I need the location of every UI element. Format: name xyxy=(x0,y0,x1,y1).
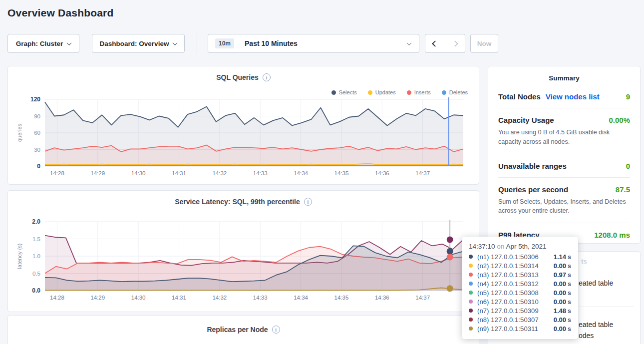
time-back-button[interactable] xyxy=(425,34,445,53)
tooltip-node-value: 1.14s xyxy=(554,253,571,261)
event-text-fragment: odes xyxy=(579,332,594,340)
summary-value: 87.5 xyxy=(616,185,630,194)
info-icon[interactable]: i xyxy=(272,326,280,334)
time-range-badge: 10m xyxy=(215,38,234,48)
tooltip-node-row: (n4) 127.0.0.1:503120.00s xyxy=(469,279,571,288)
series-color-dot xyxy=(469,300,473,304)
svg-text:14:31: 14:31 xyxy=(172,170,186,176)
sql-queries-legend: SelectsUpdatesInsertsDeletes xyxy=(331,89,468,95)
info-icon[interactable]: i xyxy=(263,73,271,81)
series-color-dot xyxy=(469,255,473,259)
series-color-dot xyxy=(469,318,473,322)
series-color-dot xyxy=(469,291,473,295)
tooltip-node-value: 0.00s xyxy=(554,298,571,306)
tooltip-node-label: (n6) 127.0.0.1:50310 xyxy=(477,298,554,306)
service-latency-panel: Service Latency: SQL, 99th percentile i … xyxy=(7,190,479,312)
svg-text:queries: queries xyxy=(16,123,22,142)
tooltip-node-row: (n3) 127.0.0.1:503130.97s xyxy=(469,270,571,279)
summary-row: Capacity Usage0.00%You are using 0 B of … xyxy=(498,108,630,154)
tooltip-node-row: (n1) 127.0.0.1:503061.14s xyxy=(469,252,571,261)
time-forward-button[interactable] xyxy=(445,34,465,53)
series-color-dot xyxy=(469,309,473,313)
tooltip-node-label: (n8) 127.0.0.1:50307 xyxy=(477,316,554,324)
chevron-down-icon xyxy=(407,40,412,45)
events-divider xyxy=(579,307,634,307)
legend-dot-icon xyxy=(331,90,336,95)
now-button-label: Now xyxy=(477,40,492,47)
svg-text:120: 120 xyxy=(30,96,40,103)
summary-description: Sum of Selects, Updates, Inserts, and De… xyxy=(498,197,630,216)
summary-row: Queries per second87.5Sum of Selects, Up… xyxy=(498,178,630,224)
series-color-dot xyxy=(469,273,473,277)
summary-value: 0 xyxy=(626,162,630,170)
svg-text:14:35: 14:35 xyxy=(334,295,349,301)
sql-queries-title: SQL Queries xyxy=(216,73,259,81)
legend-item-deletes[interactable]: Deletes xyxy=(442,89,468,95)
tooltip-node-value: 1.48s xyxy=(554,307,571,315)
summary-label: Queries per second xyxy=(498,185,568,194)
svg-text:14:37: 14:37 xyxy=(415,295,430,301)
summary-value: 1208.0 ms xyxy=(594,231,630,239)
svg-text:14:31: 14:31 xyxy=(172,295,186,301)
graph-dropdown-label: Graph: Cluster xyxy=(16,40,63,47)
event-text-fragment: eated table xyxy=(579,279,613,287)
svg-text:14:30: 14:30 xyxy=(131,295,146,301)
tooltip-timestamp: 14:37:10 on Apr 5th, 2021 xyxy=(469,243,571,250)
now-button[interactable]: Now xyxy=(470,34,498,53)
svg-text:14:28: 14:28 xyxy=(50,170,64,176)
view-nodes-list-link[interactable]: View nodes list xyxy=(546,92,600,101)
page-title: Overview Dashboard xyxy=(7,7,114,19)
sql-queries-chart[interactable]: 030609012014:2814:2914:3014:3114:3214:33… xyxy=(15,95,473,184)
arrow-right-icon xyxy=(452,40,458,47)
svg-text:14:36: 14:36 xyxy=(375,170,389,176)
service-latency-title: Service Latency: SQL, 99th percentile xyxy=(175,198,300,206)
summary-title: Summary xyxy=(498,66,630,85)
legend-dot-icon xyxy=(407,90,411,95)
arrow-left-icon xyxy=(432,40,438,47)
svg-text:14:36: 14:36 xyxy=(375,295,389,301)
summary-panel: Summary Total NodesView nodes list9Capac… xyxy=(488,66,641,244)
summary-description: You are using 0 B of 4.5 GiB usable disk… xyxy=(498,128,630,147)
sql-queries-panel: SQL Queries i SelectsUpdatesInsertsDelet… xyxy=(7,66,479,185)
svg-text:90: 90 xyxy=(34,113,40,119)
chevron-down-icon xyxy=(67,40,72,45)
tooltip-node-value: 0.00s xyxy=(554,325,571,333)
summary-row: Total NodesView nodes list9 xyxy=(498,85,630,108)
legend-item-inserts[interactable]: Inserts xyxy=(407,89,431,95)
info-icon[interactable]: i xyxy=(304,198,312,206)
tooltip-node-label: (n3) 127.0.0.1:50313 xyxy=(477,271,554,279)
svg-text:14:35: 14:35 xyxy=(334,170,349,176)
legend-item-updates[interactable]: Updates xyxy=(368,89,396,95)
dashboard-dropdown[interactable]: Dashboard: Overview xyxy=(92,34,185,53)
tooltip-node-label: (n4) 127.0.0.1:50312 xyxy=(477,280,554,288)
replicas-per-node-panel: Replicas per Node i xyxy=(7,315,479,344)
tooltip-node-row: (n5) 127.0.0.1:503080.00s xyxy=(469,288,571,297)
legend-item-selects[interactable]: Selects xyxy=(331,89,357,95)
summary-row: Unavailable ranges0 xyxy=(498,154,630,178)
svg-text:14:32: 14:32 xyxy=(212,295,227,301)
summary-label: Unavailable ranges xyxy=(498,162,567,170)
tooltip-node-value: 0.97s xyxy=(554,271,571,279)
svg-text:0.0: 0.0 xyxy=(32,287,40,294)
svg-text:1.0: 1.0 xyxy=(32,253,40,259)
event-text-fragment: eated table xyxy=(579,321,613,329)
summary-value: 0.00% xyxy=(609,116,630,124)
svg-text:0: 0 xyxy=(37,163,40,170)
summary-label: Total Nodes xyxy=(498,92,541,101)
series-color-dot xyxy=(469,282,473,286)
tooltip-node-row: (n2) 127.0.0.1:503140.00s xyxy=(469,261,571,270)
tooltip-node-value: 0.00s xyxy=(554,262,571,270)
graph-dropdown[interactable]: Graph: Cluster xyxy=(7,34,79,53)
svg-text:60: 60 xyxy=(34,130,40,136)
svg-text:14:33: 14:33 xyxy=(253,170,268,176)
svg-text:0.5: 0.5 xyxy=(32,271,40,277)
replicas-per-node-title: Replicas per Node xyxy=(207,326,268,334)
tooltip-node-label: (n7) 127.0.0.1:50309 xyxy=(477,307,554,315)
tooltip-node-row: (n7) 127.0.0.1:503091.48s xyxy=(469,306,571,315)
svg-text:14:32: 14:32 xyxy=(212,170,227,176)
summary-value: 9 xyxy=(626,92,630,101)
summary-label: Capacity Usage xyxy=(498,116,554,124)
service-latency-chart[interactable]: 0.00.51.01.52.014:2814:2914:3014:3114:32… xyxy=(15,217,473,309)
legend-dot-icon xyxy=(442,90,446,95)
time-range-picker[interactable]: 10m Past 10 Minutes xyxy=(208,34,419,53)
